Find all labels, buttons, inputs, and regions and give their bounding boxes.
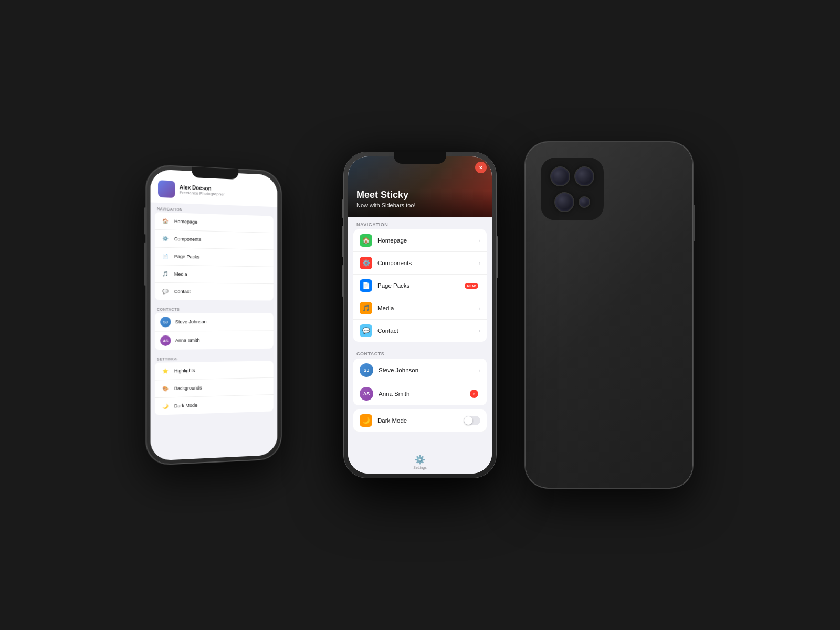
volume-down-button (342, 265, 344, 297)
hero-text: Meet Sticky Now with Sidebars too! (356, 190, 416, 208)
contact-anna-front: Anna Smith (379, 391, 470, 397)
front-contacts-group: SJ Steve Johnson › AS Anna Smith 2 (353, 359, 487, 405)
highlights-icon: ⭐ (160, 366, 170, 376)
list-item[interactable]: 🌙 Dark Mode (155, 395, 274, 415)
phone-front: Meet Sticky Now with Sidebars too! × NAV… (344, 152, 496, 478)
nav-label-media-front: Media (377, 305, 479, 311)
nav-label-components-front: Components (377, 260, 479, 266)
front-nav-group: 🏠 Homepage › ⚙️ Components › 📄 Page Pack… (353, 229, 487, 342)
chevron-icon: › (479, 260, 480, 266)
tab-settings[interactable]: ⚙️ Settings (403, 455, 437, 469)
settings-tab-icon: ⚙️ (415, 455, 425, 465)
badge-count-anna: 2 (470, 390, 478, 398)
nav-label-contact: Contact (174, 289, 268, 295)
camera-lens-3 (554, 192, 574, 212)
settings-group: 🌙 Dark Mode (353, 410, 487, 432)
volume-button-left (144, 243, 146, 286)
front-app: Meet Sticky Now with Sidebars too! × NAV… (348, 156, 492, 474)
phone-back-right (525, 142, 693, 488)
toggle-knob (464, 416, 472, 425)
camera-lens-1 (550, 166, 570, 186)
darkmode-toggle[interactable] (464, 416, 480, 425)
chevron-icon: › (479, 306, 480, 311)
settings-backgrounds: Backgrounds (174, 384, 268, 391)
darkmode-setting: 🌙 Dark Mode (353, 410, 487, 432)
darkmode-icon-left: 🌙 (160, 401, 170, 411)
scene: Alex Doeson Freelance Photographer NAVIG… (105, 52, 735, 578)
contacts-section-label: CONTACTS (151, 303, 278, 313)
pagepacks-icon: 📄 (160, 251, 170, 261)
notch-left (192, 167, 238, 180)
list-item[interactable]: 🏠 Homepage › (353, 229, 487, 252)
list-item[interactable]: 🎵 Media (155, 265, 274, 284)
left-settings-group: ⭐ Highlights 🎨 Backgrounds 🌙 Dark Mode (155, 361, 274, 415)
hero-subtitle: Now with Sidebars too! (356, 202, 416, 208)
list-item[interactable]: 🎵 Media › (353, 297, 487, 320)
nav-label-components: Components (174, 236, 268, 244)
front-screen: Meet Sticky Now with Sidebars too! × NAV… (348, 156, 492, 474)
phone-back-left: Alex Doeson Freelance Photographer NAVIG… (146, 165, 281, 466)
list-item[interactable]: ⭐ Highlights (155, 361, 274, 380)
profile-avatar (158, 180, 175, 198)
list-item[interactable]: SJ Steve Johnson (155, 313, 274, 332)
components-icon-front: ⚙️ (360, 257, 372, 269)
pagepacks-icon-front: 📄 (360, 279, 372, 292)
list-item[interactable]: SJ Steve Johnson › (353, 359, 487, 382)
settings-highlights: Highlights (174, 366, 268, 373)
mute-button-left (144, 207, 146, 234)
homepage-icon-front: 🏠 (360, 234, 372, 247)
contact-icon: 💬 (160, 287, 170, 296)
list-item[interactable]: AS Anna Smith (155, 331, 274, 350)
left-contacts-group: SJ Steve Johnson AS Anna Smith (155, 313, 274, 350)
media-icon: 🎵 (160, 269, 170, 279)
darkmode-icon-front: 🌙 (360, 414, 372, 427)
power-button-front (496, 236, 498, 278)
avatar-anna-front: AS (360, 387, 373, 401)
hero-banner: Meet Sticky Now with Sidebars too! × (348, 156, 492, 217)
list-item[interactable]: AS Anna Smith 2 (353, 382, 487, 405)
list-item[interactable]: 💬 Contact (155, 283, 274, 301)
media-icon-front: 🎵 (360, 302, 372, 314)
list-item[interactable]: 💬 Contact › (353, 320, 487, 342)
camera-lens-4 (579, 196, 590, 208)
volume-up-button (342, 226, 344, 257)
tab-bar: ⚙️ Settings (348, 451, 492, 474)
homepage-icon: 🏠 (160, 216, 170, 226)
contact-icon-front: 💬 (360, 324, 372, 337)
nav-label-media: Media (174, 271, 268, 278)
profile-info: Alex Doeson Freelance Photographer (180, 184, 225, 197)
list-item[interactable]: 📄 Page Packs NEW (353, 275, 487, 297)
avatar-anna: AS (160, 335, 171, 346)
camera-lens-2 (574, 166, 594, 186)
mute-button (342, 200, 344, 218)
contacts-section-label-front: CONTACTS (348, 346, 492, 359)
nav-label-contact-front: Contact (377, 328, 479, 334)
power-button (693, 205, 695, 242)
nav-section-label-front: NAVIGATION (348, 217, 492, 229)
camera-module (541, 158, 604, 220)
settings-tab-label: Settings (413, 466, 426, 469)
left-app: Alex Doeson Freelance Photographer NAVIG… (151, 169, 278, 461)
nav-label-pagepacks-front: Page Packs (377, 282, 465, 289)
close-button[interactable]: × (475, 162, 487, 173)
new-badge: NEW (465, 283, 478, 289)
avatar-steve: SJ (160, 317, 171, 327)
notch-front (394, 152, 446, 164)
settings-darkmode: Dark Mode (174, 401, 268, 408)
left-nav-group: 🏠 Homepage ⚙️ Components 📄 Page Packs 🎵 … (155, 212, 274, 300)
nav-label-homepage: Homepage (174, 219, 268, 227)
backgrounds-icon: 🎨 (160, 384, 170, 394)
contact-anna-smith: Anna Smith (175, 337, 268, 343)
avatar-steve-front: SJ (360, 363, 373, 377)
components-icon: ⚙️ (160, 234, 170, 244)
contact-steve-front: Steve Johnson (379, 367, 479, 373)
hero-title: Meet Sticky (356, 190, 416, 201)
list-item[interactable]: ⚙️ Components › (353, 252, 487, 275)
darkmode-label: Dark Mode (377, 417, 464, 424)
list-item[interactable]: 📄 Page Packs (155, 247, 274, 267)
chevron-icon: › (479, 368, 480, 373)
nav-label-homepage-front: Homepage (377, 237, 479, 244)
list-item[interactable]: ⚙️ Components (155, 230, 274, 250)
left-screen: Alex Doeson Freelance Photographer NAVIG… (151, 169, 278, 461)
chevron-icon: › (479, 238, 480, 244)
